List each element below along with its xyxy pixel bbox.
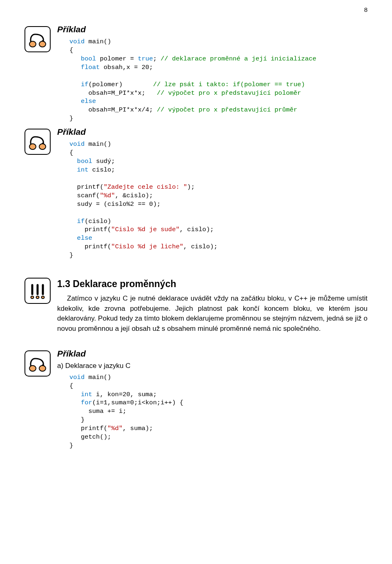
svg-point-2 bbox=[39, 41, 46, 47]
example-heading: Příklad bbox=[57, 349, 368, 359]
tour-icon bbox=[24, 26, 51, 52]
svg-point-1 bbox=[29, 41, 36, 47]
svg-point-6 bbox=[31, 296, 34, 299]
example-subtitle: a) Deklarace v jazyku C bbox=[57, 362, 368, 370]
code-block: void main() { bool polomer = true; // de… bbox=[57, 38, 368, 123]
svg-point-4 bbox=[29, 144, 36, 149]
code-block: void main() { int i, kon=20, suma; for(i… bbox=[57, 373, 368, 450]
example-heading: Příklad bbox=[57, 127, 368, 137]
code-block: void main() { bool sudý; int cislo; prin… bbox=[57, 140, 368, 260]
page-number: 8 bbox=[364, 6, 368, 13]
svg-point-11 bbox=[39, 366, 46, 371]
tour-icon bbox=[24, 350, 51, 377]
svg-point-5 bbox=[39, 144, 46, 149]
svg-point-10 bbox=[29, 366, 36, 371]
section-heading: 1.3 Deklarace proměnných bbox=[57, 279, 368, 290]
svg-point-8 bbox=[42, 296, 45, 299]
warning-icon bbox=[24, 278, 51, 304]
tour-icon bbox=[24, 129, 51, 155]
example-heading: Příklad bbox=[57, 25, 368, 34]
svg-point-7 bbox=[36, 296, 39, 299]
body-text: Zatímco v jazyku C je nutné deklarace uv… bbox=[57, 294, 368, 334]
